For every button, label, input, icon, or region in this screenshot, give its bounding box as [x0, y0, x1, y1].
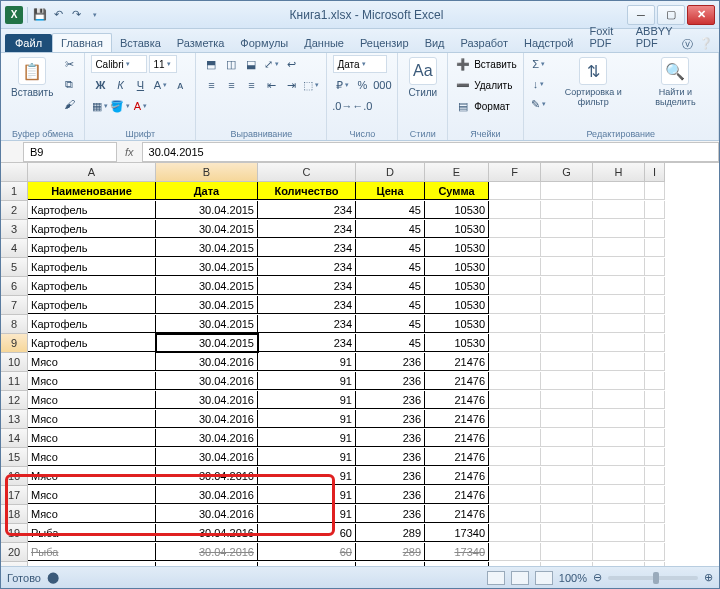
empty-cell[interactable] [593, 353, 645, 371]
cell[interactable]: Картофель [28, 258, 156, 276]
cell[interactable]: Картофель [28, 277, 156, 295]
empty-cell[interactable] [645, 315, 665, 333]
row-header-3[interactable]: 3 [1, 220, 28, 239]
empty-cell[interactable] [541, 391, 593, 409]
cell[interactable]: Мясо [28, 486, 156, 504]
empty-cell[interactable] [489, 258, 541, 276]
cell[interactable]: 60 [258, 562, 356, 566]
undo-icon[interactable]: ↶ [50, 7, 66, 23]
cell[interactable]: 45 [356, 258, 425, 276]
cell[interactable]: 10530 [425, 296, 489, 314]
row-header-18[interactable]: 18 [1, 505, 28, 524]
help-icon[interactable]: ❔ [699, 37, 713, 52]
autosum-icon[interactable]: Σ [530, 55, 548, 73]
find-select-button[interactable]: 🔍 Найти и выделить [639, 55, 712, 109]
row-header-20[interactable]: 20 [1, 543, 28, 562]
cell[interactable]: 17340 [425, 524, 489, 542]
format-painter-icon[interactable]: 🖌 [60, 95, 78, 113]
empty-cell[interactable] [541, 448, 593, 466]
empty-cell[interactable] [645, 448, 665, 466]
col-header-E[interactable]: E [425, 163, 489, 182]
empty-cell[interactable] [645, 201, 665, 219]
row-header-16[interactable]: 16 [1, 467, 28, 486]
cell[interactable]: 45 [356, 334, 425, 352]
table-header[interactable]: Цена [356, 182, 425, 200]
format-cells-icon[interactable]: ▤ [454, 97, 472, 115]
zoom-slider[interactable] [608, 576, 698, 580]
cell[interactable]: 60 [258, 524, 356, 542]
tab-layout[interactable]: Разметка [169, 34, 233, 52]
ribbon-minimize-icon[interactable]: ⓥ [682, 37, 693, 52]
empty-cell[interactable] [541, 201, 593, 219]
cell[interactable]: 30.04.2016 [156, 410, 258, 428]
cell[interactable]: 10530 [425, 334, 489, 352]
empty-cell[interactable] [489, 543, 541, 561]
cell[interactable]: 91 [258, 391, 356, 409]
decimal-dec-icon[interactable]: ←.0 [353, 97, 371, 115]
name-box[interactable]: B9 [23, 142, 117, 162]
col-header-I[interactable]: I [645, 163, 665, 182]
macro-record-icon[interactable]: ⬤ [47, 571, 59, 584]
cell[interactable]: Картофель [28, 201, 156, 219]
close-button[interactable]: ✕ [687, 5, 715, 25]
col-header-A[interactable]: A [28, 163, 156, 182]
empty-cell[interactable] [541, 486, 593, 504]
col-header-H[interactable]: H [593, 163, 645, 182]
cell[interactable]: 45 [356, 220, 425, 238]
cell[interactable]: 30.04.2016 [156, 486, 258, 504]
fx-icon[interactable]: fx [117, 146, 142, 158]
cell[interactable]: 289 [356, 543, 425, 561]
cell[interactable]: 91 [258, 505, 356, 523]
fill-icon[interactable]: ↓ [530, 75, 548, 93]
delete-cells-icon[interactable]: ➖ [454, 76, 472, 94]
cell[interactable]: Рыба [28, 562, 156, 566]
redo-icon[interactable]: ↷ [68, 7, 84, 23]
cell[interactable]: 10530 [425, 201, 489, 219]
formula-bar[interactable]: 30.04.2015 [142, 142, 719, 162]
zoom-level[interactable]: 100% [559, 572, 587, 584]
save-icon[interactable]: 💾 [32, 7, 48, 23]
row-header-8[interactable]: 8 [1, 315, 28, 334]
cell[interactable]: 289 [356, 562, 425, 566]
cell[interactable]: Картофель [28, 220, 156, 238]
view-normal-button[interactable] [487, 571, 505, 585]
cell[interactable]: 30.04.2016 [156, 562, 258, 566]
cell[interactable]: 30.04.2015 [156, 258, 258, 276]
cell[interactable]: 21476 [425, 353, 489, 371]
cell[interactable]: 234 [258, 258, 356, 276]
empty-cell[interactable] [593, 182, 645, 200]
cell[interactable]: 60 [258, 543, 356, 561]
font-shrink-icon[interactable]: ᴀ [171, 76, 189, 94]
font-name-select[interactable]: Calibri [91, 55, 147, 73]
indent-dec-icon[interactable]: ⇤ [262, 76, 280, 94]
cell[interactable]: 91 [258, 467, 356, 485]
font-color-icon[interactable]: A [131, 97, 149, 115]
empty-cell[interactable] [593, 239, 645, 257]
row-header-19[interactable]: 19 [1, 524, 28, 543]
cell[interactable]: 17340 [425, 543, 489, 561]
cell[interactable]: Мясо [28, 429, 156, 447]
sort-filter-button[interactable]: ⇅ Сортировка и фильтр [551, 55, 636, 109]
cell[interactable]: 234 [258, 220, 356, 238]
cell[interactable]: 30.04.2016 [156, 505, 258, 523]
cell[interactable]: 30.04.2016 [156, 524, 258, 542]
cell[interactable]: Мясо [28, 391, 156, 409]
cell[interactable]: Картофель [28, 334, 156, 352]
row-header-10[interactable]: 10 [1, 353, 28, 372]
cell[interactable]: 10530 [425, 277, 489, 295]
row-header-2[interactable]: 2 [1, 201, 28, 220]
zoom-out-button[interactable]: ⊖ [593, 571, 602, 584]
align-left-icon[interactable]: ≡ [202, 76, 220, 94]
font-grow-icon[interactable]: A [151, 76, 169, 94]
cell[interactable]: 21476 [425, 505, 489, 523]
row-header-15[interactable]: 15 [1, 448, 28, 467]
align-middle-icon[interactable]: ◫ [222, 55, 240, 73]
cell[interactable]: 30.04.2016 [156, 543, 258, 561]
empty-cell[interactable] [645, 562, 665, 566]
font-size-select[interactable]: 11 [149, 55, 177, 73]
wrap-text-icon[interactable]: ↩ [282, 55, 300, 73]
empty-cell[interactable] [593, 334, 645, 352]
empty-cell[interactable] [489, 353, 541, 371]
cell[interactable]: 10530 [425, 258, 489, 276]
empty-cell[interactable] [645, 277, 665, 295]
